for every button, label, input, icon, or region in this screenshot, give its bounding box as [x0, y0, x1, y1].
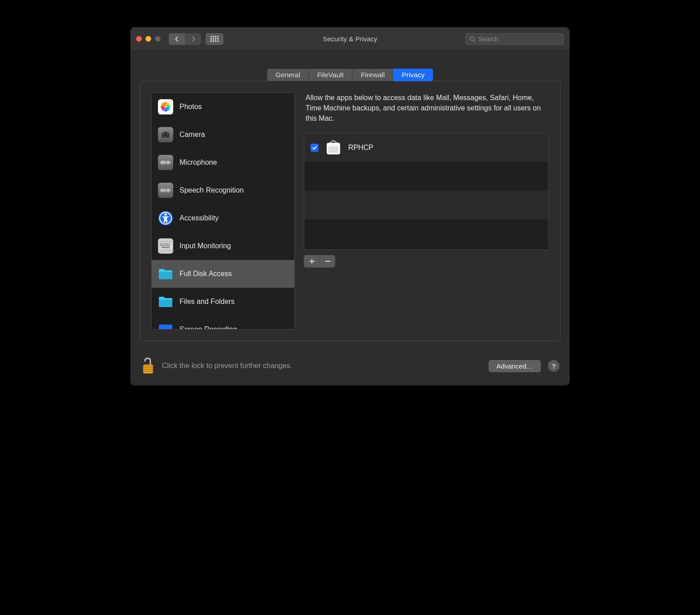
keyboard-icon: [158, 238, 173, 254]
svg-rect-15: [162, 160, 163, 165]
app-row-empty: [304, 220, 548, 248]
svg-rect-26: [163, 189, 164, 192]
sidebar-item-speech[interactable]: Speech Recognition: [152, 176, 294, 204]
svg-rect-22: [170, 162, 171, 163]
svg-rect-28: [166, 189, 166, 191]
plus-icon: [309, 259, 315, 264]
svg-rect-43: [160, 245, 161, 246]
svg-rect-21: [169, 162, 170, 164]
microphone-icon: [158, 155, 173, 170]
svg-point-11: [164, 133, 167, 136]
back-button[interactable]: [169, 33, 185, 45]
forward-button[interactable]: [185, 33, 201, 45]
sidebar-item-label: Screen Recording: [179, 325, 237, 329]
sidebar-item-files-folders[interactable]: Files and Folders: [152, 288, 294, 316]
photos-icon: [158, 99, 173, 114]
tab-filevault[interactable]: FileVault: [309, 69, 352, 81]
app-row[interactable]: RPHCP: [304, 133, 548, 162]
help-button[interactable]: ?: [548, 360, 560, 372]
svg-rect-40: [165, 243, 166, 245]
svg-rect-54: [328, 146, 338, 153]
tab-general[interactable]: General: [267, 69, 309, 81]
lock-area[interactable]: Click the lock to prevent further change…: [140, 356, 481, 375]
svg-rect-57: [143, 367, 153, 368]
minimize-window-button[interactable]: [145, 36, 151, 42]
svg-rect-45: [163, 245, 165, 246]
svg-line-1: [474, 40, 476, 42]
minus-icon: [325, 259, 330, 264]
svg-rect-42: [169, 243, 170, 245]
preferences-window: Security & Privacy General FileVault Fir…: [130, 27, 570, 386]
app-checkbox[interactable]: [311, 144, 319, 152]
svg-rect-25: [162, 188, 163, 193]
search-input[interactable]: [478, 35, 560, 43]
add-button[interactable]: [304, 255, 319, 267]
sidebar-item-label: Camera: [179, 131, 205, 139]
footer: Click the lock to prevent further change…: [131, 350, 569, 385]
svg-rect-20: [168, 160, 169, 165]
svg-rect-41: [167, 243, 168, 245]
folder-icon: [158, 294, 173, 309]
svg-rect-23: [160, 189, 161, 191]
display-icon: [158, 322, 173, 329]
svg-rect-37: [160, 243, 161, 245]
svg-rect-32: [170, 189, 171, 191]
app-list[interactable]: RPHCP: [304, 133, 549, 250]
svg-rect-56: [143, 365, 153, 366]
sidebar-item-accessibility[interactable]: Accessibility: [152, 204, 294, 232]
svg-rect-58: [143, 369, 153, 370]
sidebar-item-full-disk-access[interactable]: Full Disk Access: [152, 260, 294, 288]
show-all-button[interactable]: [206, 33, 223, 45]
app-row-empty: [304, 191, 548, 220]
app-icon: [325, 139, 342, 156]
check-icon: [312, 145, 317, 150]
sidebar-item-label: Microphone: [179, 158, 217, 167]
sidebar-item-label: Full Disk Access: [179, 270, 232, 278]
privacy-panel: Photos Camera Microphone: [140, 81, 560, 341]
svg-rect-49: [162, 247, 170, 248]
sidebar-item-screen-recording[interactable]: Screen Recording: [152, 316, 294, 329]
svg-rect-17: [165, 161, 166, 164]
search-field[interactable]: [465, 33, 564, 45]
svg-rect-29: [166, 189, 167, 192]
tab-privacy[interactable]: Privacy: [393, 69, 433, 81]
titlebar: Security & Privacy: [131, 27, 569, 51]
sidebar-item-photos[interactable]: Photos: [152, 93, 294, 121]
svg-rect-31: [169, 189, 170, 192]
chevron-right-icon: [191, 36, 196, 42]
sidebar-item-microphone[interactable]: Microphone: [152, 149, 294, 176]
zoom-window-button[interactable]: [155, 36, 161, 42]
svg-rect-47: [167, 245, 168, 246]
search-icon: [469, 36, 476, 42]
svg-rect-12: [164, 132, 167, 133]
sidebar-item-input-monitoring[interactable]: Input Monitoring: [152, 232, 294, 260]
speech-icon: [158, 183, 173, 198]
privacy-category-list[interactable]: Photos Camera Microphone: [151, 92, 295, 329]
folder-icon: [158, 266, 173, 281]
svg-rect-14: [161, 161, 162, 164]
svg-rect-39: [163, 243, 165, 245]
sidebar-item-camera[interactable]: Camera: [152, 121, 294, 149]
close-window-button[interactable]: [136, 36, 142, 42]
svg-rect-30: [168, 188, 169, 193]
traffic-lights: [136, 36, 161, 42]
sidebar-item-label: Speech Recognition: [179, 186, 244, 194]
sidebar-item-label: Accessibility: [179, 214, 219, 222]
sidebar-item-label: Photos: [179, 103, 202, 111]
lock-text: Click the lock to prevent further change…: [162, 362, 292, 370]
sidebar-item-label: Files and Folders: [179, 298, 235, 306]
svg-rect-44: [162, 245, 163, 246]
remove-button[interactable]: [319, 255, 335, 267]
svg-rect-27: [165, 189, 166, 192]
chevron-left-icon: [174, 36, 179, 42]
detail-pane: Allow the apps below to access data like…: [304, 92, 549, 329]
unlocked-lock-icon: [140, 356, 156, 375]
nav-group: [169, 33, 201, 45]
advanced-button[interactable]: Advanced…: [489, 360, 541, 372]
grid-icon: [210, 36, 219, 42]
tab-firewall[interactable]: Firewall: [352, 69, 393, 81]
svg-rect-48: [169, 245, 170, 246]
camera-icon: [158, 127, 173, 142]
tab-bar: General FileVault Firewall Privacy: [140, 69, 560, 81]
svg-rect-50: [159, 325, 172, 329]
